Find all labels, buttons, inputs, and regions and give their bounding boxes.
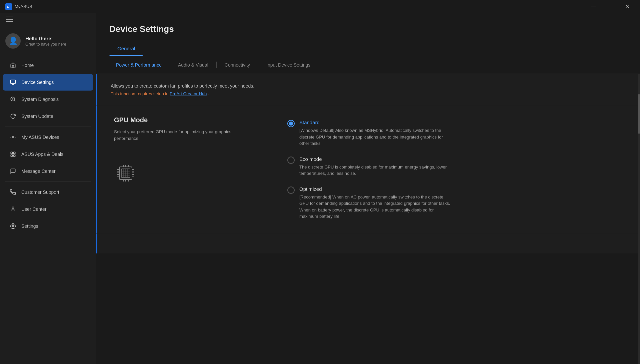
sidebar-header: 👤 Hello there! Great to have you here — [0, 25, 96, 55]
option-content-standard: Standard [Windows Default] Also known as… — [299, 120, 453, 147]
tabs-primary: General — [109, 42, 627, 56]
option-title-optimized: Optimized — [299, 186, 453, 192]
home-icon — [9, 62, 17, 69]
device-settings-label: Device Settings — [21, 80, 54, 85]
asus-apps-icon — [9, 151, 17, 158]
maximize-button[interactable]: □ — [603, 1, 618, 12]
gpu-left-panel: GPU Mode Select your preferred GPU mode … — [114, 116, 274, 186]
settings-icon — [9, 222, 17, 230]
sidebar-item-settings[interactable]: Settings — [3, 218, 93, 234]
option-desc-standard: [Windows Default] Also known as MSHybrid… — [299, 127, 453, 147]
system-diagnosis-icon — [9, 96, 17, 103]
svg-point-12 — [12, 225, 14, 227]
nav-separator-2 — [5, 182, 91, 182]
app-title: MyASUS — [15, 4, 32, 9]
sidebar-item-home[interactable]: Home — [3, 57, 93, 74]
gpu-option-standard: Standard [Windows Default] Also known as… — [287, 120, 623, 147]
option-title-eco: Eco mode — [299, 156, 453, 162]
svg-point-6 — [12, 137, 14, 138]
sidebar-item-system-diagnosis[interactable]: System Diagnosis — [3, 91, 93, 108]
my-asus-devices-icon — [9, 134, 17, 141]
tabs-secondary: Power & Performance Audio & Visual Conne… — [96, 56, 640, 74]
window-controls: — □ ✕ — [586, 1, 635, 12]
avatar-icon: 👤 — [9, 37, 18, 45]
user-center-label: User Center — [21, 206, 46, 212]
gpu-options: Standard [Windows Default] Also known as… — [287, 116, 623, 220]
warning-prefix: This function requires setup in — [111, 91, 168, 96]
svg-rect-2 — [11, 80, 16, 84]
svg-rect-7 — [11, 152, 12, 154]
proart-warning-text: This function requires setup in ProArt C… — [111, 91, 627, 96]
svg-rect-10 — [14, 155, 15, 157]
device-settings-icon — [9, 79, 17, 86]
hamburger-line-2 — [6, 19, 13, 20]
sidebar-header-text: Hello there! Great to have you here — [25, 36, 66, 47]
sidebar-nav: Home Device Settings — [0, 55, 96, 359]
content-body: Allows you to create custom fan profiles… — [96, 74, 640, 364]
title-bar-left: A MyASUS — [5, 3, 32, 10]
sidebar-greeting: Hello there! — [25, 36, 66, 41]
gpu-option-optimized: Optimized [Recommended] When on AC power… — [287, 186, 623, 220]
scroll-track — [638, 74, 640, 364]
message-center-icon — [9, 168, 17, 175]
tab-general[interactable]: General — [109, 42, 143, 56]
close-button[interactable]: ✕ — [619, 1, 635, 12]
sidebar-item-customer-support[interactable]: Customer Support — [3, 184, 93, 200]
svg-rect-9 — [11, 155, 12, 157]
sidebar-item-device-settings[interactable]: Device Settings — [3, 74, 93, 91]
settings-label: Settings — [21, 223, 38, 229]
app-logo-icon: A — [5, 3, 12, 10]
system-update-label: System Update — [21, 114, 53, 119]
svg-rect-8 — [14, 152, 15, 154]
sidebar-item-asus-apps[interactable]: ASUS Apps & Deals — [3, 146, 93, 163]
fan-profile-section: Allows you to create custom fan profiles… — [96, 74, 640, 106]
sidebar-item-user-center[interactable]: User Center — [3, 201, 93, 217]
gpu-mode-section: GPU Mode Select your preferred GPU mode … — [96, 106, 640, 233]
main-content: Device Settings General Power & Performa… — [96, 13, 640, 364]
sidebar-subtext: Great to have you here — [25, 42, 66, 47]
proart-creator-hub-link[interactable]: ProArt Creator Hub — [170, 91, 207, 96]
radio-eco[interactable] — [287, 157, 295, 164]
tab-input-device-settings[interactable]: Input Device Settings — [260, 56, 317, 74]
gpu-chip-icon — [114, 162, 137, 185]
content-header: Device Settings General — [96, 13, 640, 56]
sidebar-item-message-center[interactable]: Message Center — [3, 163, 93, 180]
scroll-thumb[interactable] — [638, 94, 640, 134]
avatar: 👤 — [5, 33, 21, 49]
nav-separator-1 — [5, 127, 91, 127]
hamburger-line-3 — [6, 21, 13, 22]
tab-separator-2 — [216, 62, 217, 68]
user-center-icon — [9, 205, 17, 213]
hamburger-button[interactable] — [0, 13, 96, 25]
system-diagnosis-label: System Diagnosis — [21, 97, 59, 102]
option-desc-eco: The discrete GPU is completely disabled … — [299, 164, 453, 177]
system-update-icon — [9, 113, 17, 120]
bottom-section — [96, 233, 640, 253]
sidebar-item-my-asus-devices[interactable]: My ASUS Devices — [3, 129, 93, 146]
fan-profile-description: Allows you to create custom fan profiles… — [111, 83, 627, 89]
tab-audio-visual[interactable]: Audio & Visual — [171, 56, 215, 74]
title-bar: A MyASUS — □ ✕ — [0, 0, 640, 13]
svg-point-11 — [12, 207, 14, 209]
gpu-option-eco: Eco mode The discrete GPU is completely … — [287, 156, 623, 177]
app-body: 👤 Hello there! Great to have you here Ho… — [0, 13, 640, 364]
home-label: Home — [21, 63, 34, 68]
radio-optimized[interactable] — [287, 186, 295, 194]
fan-profile-content: Allows you to create custom fan profiles… — [111, 83, 627, 96]
asus-apps-label: ASUS Apps & Deals — [21, 152, 63, 157]
tab-separator-1 — [170, 62, 170, 68]
option-desc-optimized: [Recommended] When on AC power, automati… — [299, 194, 453, 220]
hamburger-line-1 — [6, 17, 13, 17]
radio-standard[interactable] — [287, 120, 295, 127]
tab-power-performance[interactable]: Power & Performance — [109, 56, 168, 74]
warning-suffix: . — [208, 91, 209, 96]
sidebar-item-system-update[interactable]: System Update — [3, 108, 93, 125]
svg-text:A: A — [6, 5, 9, 9]
my-asus-devices-label: My ASUS Devices — [21, 135, 59, 140]
customer-support-icon — [9, 188, 17, 196]
option-title-standard: Standard — [299, 120, 453, 125]
gpu-mode-description: Select your preferred GPU mode for optim… — [114, 129, 241, 142]
minimize-button[interactable]: — — [586, 1, 601, 12]
gpu-mode-title: GPU Mode — [114, 116, 148, 124]
tab-connectivity[interactable]: Connectivity — [218, 56, 257, 74]
